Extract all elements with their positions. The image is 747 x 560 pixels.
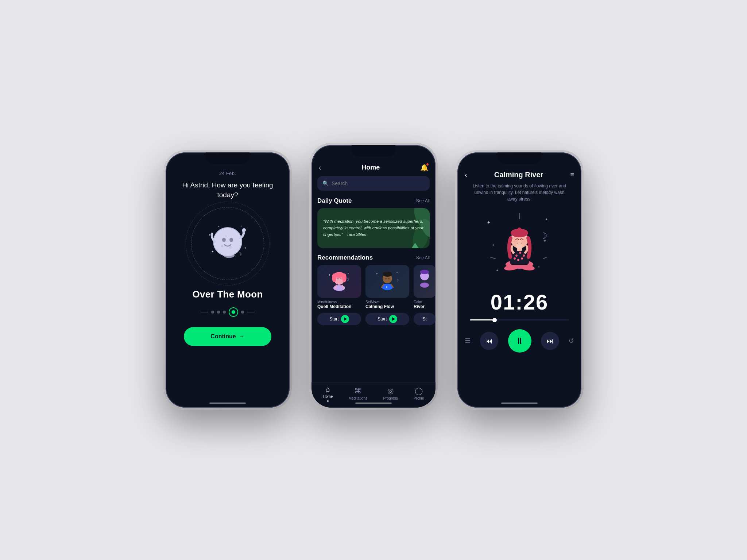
svg-text:✦: ✦ [487,219,491,225]
notch2 [352,145,395,157]
rewind-button[interactable]: ⏮ [480,332,498,350]
pause-icon: ⏸ [515,336,524,346]
meditations-nav-label: Meditations [349,396,367,400]
rec-card-1: ✦ ✦ ☽ Mindfulness Quell Meditation Start [317,265,361,325]
nav-item-progress[interactable]: ◎ Progress [383,386,398,400]
rec-char-2-svg: ♥ ✦ ✦ ☽ [373,267,402,296]
meditations-nav-icon: ⌘ [354,386,361,395]
nav-item-home[interactable]: ⌂ Home [323,385,333,402]
p3-avatar-area: ✦ ✦ ✦ ✦ ✦ ✦ ☽ [483,210,556,283]
rec-name-3: River [414,304,436,310]
p1-date: 24 Feb. [219,171,236,176]
svg-text:☽: ☽ [346,277,349,281]
rec-start-btn-2[interactable]: Start [365,313,409,325]
search-input[interactable] [332,180,425,186]
search-bar[interactable]: 🔍 [317,176,430,191]
profile-nav-label: Profile [414,396,424,400]
p2-home-title: Home [361,164,380,171]
rec-start-btn-1[interactable]: Start [317,313,361,325]
svg-text:✦: ✦ [376,272,378,276]
home-indicator-2 [355,402,392,404]
rec-category-2: Self-love [365,300,409,304]
progress-thumb [492,318,497,322]
svg-text:☽: ☽ [539,231,547,241]
svg-point-29 [383,272,392,277]
notch3 [498,152,541,164]
svg-text:✦: ✦ [538,265,540,269]
svg-text:✦: ✦ [328,273,331,277]
dot-3 [223,311,226,314]
continue-arrow-icon: → [239,333,245,340]
svg-point-38 [420,270,429,274]
daily-quote-see-all[interactable]: See All [416,198,430,203]
rec-name-2: Calming Flow [365,304,409,310]
home-nav-label: Home [323,394,333,398]
svg-text:✦: ✦ [492,244,495,247]
profile-nav-icon: ◯ [415,386,423,395]
p2-bell-icon[interactable]: 🔔 [420,164,428,172]
dot-5 [241,311,244,314]
phone3-inner: ‹ Calming River ≡ Listen to the calming … [457,152,581,408]
repeat-icon[interactable]: ↺ [569,337,574,345]
notification-dot [426,163,429,166]
nav-item-profile[interactable]: ◯ Profile [414,386,424,400]
p3-back-button[interactable]: ‹ [465,171,467,179]
pause-button[interactable]: ⏸ [508,329,531,353]
svg-line-49 [543,257,547,259]
progress-bar[interactable] [470,319,569,320]
svg-point-39 [420,283,429,288]
continue-button[interactable]: Continue → [184,327,271,346]
daily-quote-header: Daily Quote See All [311,196,436,208]
phone3: ‹ Calming River ≡ Listen to the calming … [457,152,581,408]
phone1: 24 Feb. Hi Astrid, How are you feeling t… [166,152,290,408]
nav-active-indicator [327,400,329,402]
continue-label: Continue [210,333,236,340]
recommendations-see-all[interactable]: See All [416,255,430,260]
phone1-inner: 24 Feb. Hi Astrid, How are you feeling t… [166,152,290,408]
svg-text:♥: ♥ [386,285,388,289]
play-circle-2 [389,315,397,323]
p3-now-playing-title: Calming River [494,171,543,179]
svg-text:✦: ✦ [396,272,398,274]
dot-1 [211,311,214,314]
svg-text:☽: ☽ [395,278,399,282]
play-triangle-1 [344,317,347,321]
dot-line-right [247,312,254,312]
home-indicator-3 [501,402,538,404]
nav-item-meditations[interactable]: ⌘ Meditations [349,386,367,400]
p3-timer: 01:26 [491,290,548,314]
rec-start-label-1: Start [329,316,338,322]
p3-description: Listen to the calming sounds of flowing … [457,183,581,202]
playlist-icon[interactable]: ☰ [465,337,471,345]
p1-screen-title: Over The Moon [192,289,263,300]
phone2: ‹ Home 🔔 🔍 Daily Quote See All [311,145,436,408]
daily-quote-title: Daily Quote [317,197,352,205]
play-triangle-2 [392,317,395,321]
svg-text:✦: ✦ [545,217,548,221]
progress-nav-icon: ◎ [387,386,394,395]
svg-text:✦: ✦ [347,272,349,275]
rec-start-label-3: St [422,316,426,322]
rec-thumb-1: ✦ ✦ ☽ [317,265,361,298]
rec-category-3: Calm [414,300,436,304]
rec-start-btn-3[interactable]: St [414,313,436,325]
rec-char-3-svg [414,265,436,298]
recommendations-section: Recommendations See All [311,248,436,325]
rec-card-3: Calm River St [414,265,436,325]
rec-name-1: Quell Meditation [317,304,361,310]
quote-text: "With meditation, you become a sensitize… [323,218,424,238]
page-dots [201,307,254,317]
forward-button[interactable]: ⏭ [541,332,559,350]
rec-card-2: ♥ ✦ ✦ ☽ Self-love Calming Flow [365,265,409,325]
home-indicator-1 [209,402,246,404]
svg-point-20 [332,273,336,282]
recommendations-cards: ✦ ✦ ☽ Mindfulness Quell Meditation Start [311,265,436,325]
p2-back-button[interactable]: ‹ [319,163,321,172]
progress-fill [470,319,495,320]
quote-card: "With meditation, you become a sensitize… [317,208,430,248]
progress-nav-label: Progress [383,396,398,400]
rec-thumb-2: ♥ ✦ ✦ ☽ [365,265,409,298]
home-nav-icon: ⌂ [326,385,330,393]
p3-settings-icon[interactable]: ≡ [570,171,574,179]
rec-category-1: Mindfulness [317,300,361,304]
